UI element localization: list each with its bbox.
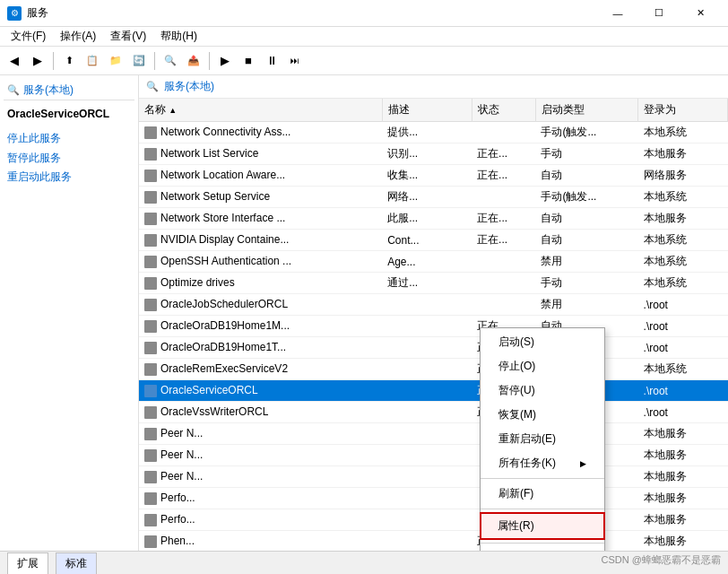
menu-item[interactable]: 操作(A) [53, 27, 103, 46]
toolbar-pause[interactable]: ⏸ [261, 50, 282, 72]
sidebar-link-stop[interactable]: 停止此服务 [7, 129, 131, 149]
table-row[interactable]: Phen...正在...手动(触发...本地服务 [139, 531, 728, 552]
table-row[interactable]: Network List Service识别...正在...手动本地服务 [139, 144, 728, 165]
menu-item[interactable]: 帮助(H) [153, 27, 204, 46]
col-desc[interactable]: 描述 [382, 99, 472, 122]
table-row[interactable]: OracleOraDB19Home1M...正在...自动.\root [139, 316, 728, 337]
sidebar-service-name: OracleServiceORCL [4, 104, 134, 124]
table-row[interactable]: Peer N...手动本地服务 [139, 445, 728, 466]
cell-name: Peer N... [139, 466, 382, 488]
toolbar-up[interactable]: ⬆ [58, 50, 80, 72]
cell-login: 本地服务 [638, 531, 728, 552]
table-row[interactable]: Peer N...手动本地服务 [139, 423, 728, 445]
table-row[interactable]: Perfo...手动本地服务 [139, 488, 728, 509]
tab-expand[interactable]: 扩展 [7, 552, 48, 574]
cell-desc [382, 402, 472, 423]
cell-desc: 识别... [382, 144, 472, 165]
cell-login: 本地服务 [638, 466, 728, 488]
col-status[interactable]: 状态 [472, 99, 535, 122]
menu-item[interactable]: 文件(F) [4, 27, 53, 46]
context-sep2 [481, 509, 604, 509]
cell-login: 本地系统 [638, 122, 728, 144]
table-row[interactable]: OpenSSH Authentication ...Age...禁用本地系统 [139, 251, 728, 273]
toolbar-back[interactable]: ◀ [4, 50, 25, 72]
cell-name: Optimize drives [139, 273, 382, 294]
cell-login: .\root [638, 337, 728, 359]
sidebar: 🔍 服务(本地) OracleServiceORCL 停止此服务 暂停此服务 重… [0, 75, 139, 551]
sidebar-link-restart[interactable]: 重启动此服务 [7, 168, 131, 187]
table-row[interactable]: OracleJobSchedulerORCL禁用.\root [139, 294, 728, 316]
maximize-button[interactable]: ☐ [638, 0, 680, 27]
table-row[interactable]: Network Store Interface ...此服...正在...自动本… [139, 208, 728, 230]
minimize-button[interactable]: — [597, 0, 638, 27]
cell-status: 正在... [472, 230, 535, 251]
sidebar-title: 🔍 服务(本地) [4, 79, 134, 100]
cell-status [472, 251, 535, 273]
cell-desc [382, 445, 472, 466]
title-bar-controls: — ☐ ✕ [597, 0, 721, 27]
context-start[interactable]: 启动(S) [481, 330, 604, 354]
context-resume[interactable]: 恢复(M) [481, 403, 604, 427]
context-stop[interactable]: 停止(O) [481, 354, 604, 378]
context-pause[interactable]: 暂停(U) [481, 378, 604, 403]
table-row[interactable]: OracleServiceORCL正在...自动.\root [139, 380, 728, 402]
toolbar-btn4[interactable]: 🔄 [128, 50, 150, 72]
col-name[interactable]: 名称 ▲ [139, 99, 382, 122]
menu-item[interactable]: 查看(V) [103, 27, 153, 46]
cell-login: .\root [638, 316, 728, 337]
table-row[interactable]: OracleRemExecServiceV2正在...自动本地系统 [139, 359, 728, 380]
table-row[interactable]: Peer N...手动本地服务 [139, 466, 728, 488]
context-all-tasks[interactable]: 所有任务(K) [481, 451, 604, 475]
toolbar-sep1 [53, 52, 54, 70]
toolbar-btn3[interactable]: 📁 [105, 50, 126, 72]
content-area: 🔍 服务(本地) 名称 ▲ 描述 状态 启动类型 登录为 [139, 75, 728, 551]
toolbar-stop[interactable]: ■ [238, 50, 259, 72]
cell-login: 本地服务 [638, 144, 728, 165]
cell-startup: 禁用 [535, 294, 637, 316]
toolbar-play[interactable]: ▶ [214, 50, 236, 72]
toolbar-restart[interactable]: ⏭ [284, 50, 306, 72]
cell-desc: Age... [382, 251, 472, 273]
main-layout: 🔍 服务(本地) OracleServiceORCL 停止此服务 暂停此服务 重… [0, 75, 728, 551]
cell-name: OracleJobSchedulerORCL [139, 294, 382, 316]
toolbar-btn2[interactable]: 📋 [82, 50, 103, 72]
context-properties[interactable]: 属性(R) [480, 512, 605, 540]
table-row[interactable]: Network Location Aware...收集...正在...自动网络服… [139, 165, 728, 187]
toolbar-filter[interactable]: 🔍 [160, 50, 181, 72]
col-login[interactable]: 登录为 [638, 99, 728, 122]
context-restart[interactable]: 重新启动(E) [481, 427, 604, 451]
cell-desc [382, 380, 472, 402]
cell-login: 本地系统 [638, 359, 728, 380]
cell-name: OracleVssWriterORCL [139, 402, 382, 423]
toolbar: ◀ ▶ ⬆ 📋 📁 🔄 🔍 📤 ▶ ■ ⏸ ⏭ [0, 47, 728, 75]
table-row[interactable]: OracleVssWriterORCL正在...自动.\root [139, 402, 728, 423]
table-row[interactable]: Optimize drives通过...手动本地系统 [139, 273, 728, 294]
close-button[interactable]: ✕ [680, 0, 721, 27]
cell-login: 本地系统 [638, 187, 728, 208]
toolbar-sep2 [154, 52, 155, 70]
cell-login: .\root [638, 294, 728, 316]
table-row[interactable]: NVIDIA Display Containe...Cont...正在...自动… [139, 230, 728, 251]
cell-desc [382, 531, 472, 552]
cell-name: Network Store Interface ... [139, 208, 382, 230]
cell-name: Network Setup Service [139, 187, 382, 208]
toolbar-forward[interactable]: ▶ [27, 50, 48, 72]
cell-desc [382, 316, 472, 337]
cell-desc [382, 294, 472, 316]
context-sep3 [481, 543, 604, 544]
context-menu: 启动(S) 停止(O) 暂停(U) 恢复(M) 重新启动(E) 所有任务(K) … [480, 327, 605, 551]
table-row[interactable]: OracleOraDB19Home1T...正在...自动.\root [139, 337, 728, 359]
table-container: 名称 ▲ 描述 状态 启动类型 登录为 Network Connectivity… [139, 99, 728, 551]
tab-standard[interactable]: 标准 [56, 552, 97, 574]
context-refresh[interactable]: 刷新(F) [481, 482, 604, 506]
col-startup[interactable]: 启动类型 [535, 99, 637, 122]
cell-status [472, 273, 535, 294]
context-help[interactable]: 帮助(H) [481, 546, 604, 551]
table-row[interactable]: Perfo...手动本地服务 [139, 509, 728, 531]
toolbar-export[interactable]: 📤 [183, 50, 204, 72]
cell-status [472, 122, 535, 144]
sidebar-link-pause[interactable]: 暂停此服务 [7, 149, 131, 169]
table-row[interactable]: Network Connectivity Ass...提供...手动(触发...… [139, 122, 728, 144]
cell-status [472, 187, 535, 208]
table-row[interactable]: Network Setup Service网络...手动(触发...本地系统 [139, 187, 728, 208]
